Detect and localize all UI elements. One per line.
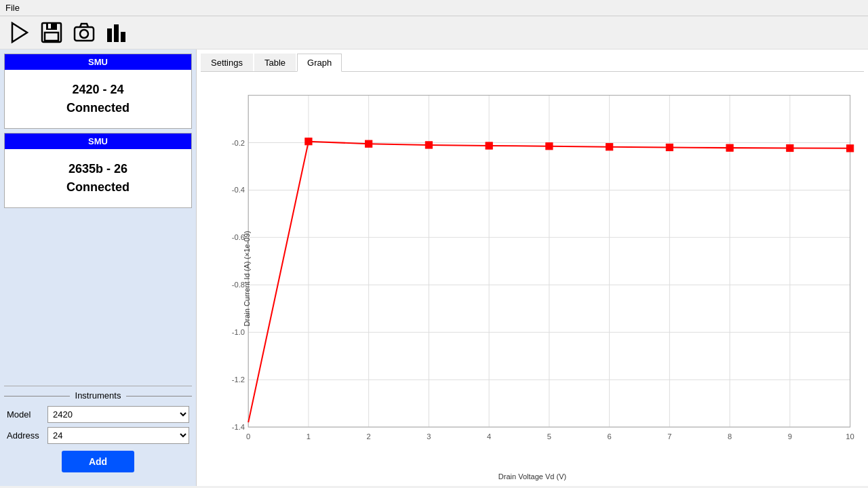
smu1-card: SMU 2420 - 24 Connected	[4, 54, 192, 129]
smu2-header: SMU	[5, 134, 191, 149]
model-label: Model	[7, 409, 47, 420]
svg-rect-55	[787, 144, 793, 151]
address-select[interactable]: 24 26	[47, 427, 189, 444]
smu2-line2: Connected	[66, 180, 130, 194]
svg-text:-1.2: -1.2	[232, 375, 245, 384]
chart-area: Drain Current Id (A) (×1e-09) -0.2-0.4-0…	[201, 75, 864, 482]
x-axis-label: Drain Voltage Vd (V)	[498, 472, 566, 481]
svg-point-6	[80, 30, 88, 38]
tab-settings[interactable]: Settings	[201, 54, 253, 71]
smu2-card: SMU 2635b - 26 Connected	[4, 133, 192, 208]
chart-button[interactable]	[104, 20, 129, 45]
smu1-body: 2420 - 24 Connected	[5, 70, 191, 128]
save-button[interactable]	[39, 20, 64, 45]
chart-svg: -0.2-0.4-0.6-0.8-1.0-1.2-1.4012345678910	[241, 81, 864, 455]
smu1-header: SMU	[5, 54, 191, 70]
camera-button[interactable]	[72, 20, 96, 45]
svg-rect-4	[48, 24, 51, 28]
svg-rect-54	[726, 144, 733, 151]
address-label: Address	[7, 430, 47, 441]
instruments-title: Instruments	[4, 390, 192, 401]
y-axis-label: Drain Current Id (A) (×1e-09)	[243, 230, 251, 326]
svg-rect-9	[121, 32, 125, 42]
svg-text:-0.2: -0.2	[232, 139, 245, 147]
svg-text:9: 9	[788, 432, 792, 441]
svg-rect-52	[606, 144, 613, 150]
smu1-line1: 2420 - 24	[72, 83, 123, 96]
svg-rect-53	[666, 144, 673, 150]
svg-rect-47	[305, 138, 312, 145]
svg-text:0: 0	[246, 432, 250, 441]
smu1-line2: Connected	[66, 101, 130, 115]
svg-rect-50	[486, 142, 492, 149]
svg-rect-3	[45, 33, 58, 41]
file-menu[interactable]: File	[5, 3, 20, 13]
left-panel: SMU 2420 - 24 Connected SMU 2635b - 26 C…	[0, 49, 197, 486]
right-panel: Settings Table Graph Drain Current Id (A…	[197, 49, 868, 486]
svg-marker-0	[12, 23, 27, 42]
svg-text:8: 8	[728, 432, 732, 441]
svg-rect-56	[847, 145, 854, 152]
svg-text:-1.0: -1.0	[232, 328, 245, 336]
smu2-line1: 2635b - 26	[68, 162, 127, 176]
svg-text:7: 7	[667, 432, 671, 441]
address-row: Address 24 26	[4, 427, 192, 444]
svg-text:-0.4: -0.4	[232, 186, 245, 194]
svg-text:-1.4: -1.4	[232, 423, 245, 431]
smu2-body: 2635b - 26 Connected	[5, 149, 191, 207]
svg-text:2: 2	[367, 432, 371, 441]
svg-rect-7	[107, 28, 112, 42]
tab-table[interactable]: Table	[254, 54, 296, 71]
instruments-section: Instruments Model 2420 2635b Address 24 …	[4, 386, 192, 482]
main-layout: SMU 2420 - 24 Connected SMU 2635b - 26 C…	[0, 49, 868, 486]
svg-rect-48	[366, 140, 372, 147]
model-row: Model 2420 2635b	[4, 406, 192, 423]
svg-text:3: 3	[427, 432, 431, 441]
tabs: Settings Table Graph	[201, 54, 864, 72]
svg-text:4: 4	[487, 432, 491, 441]
play-button[interactable]	[7, 20, 31, 45]
svg-rect-51	[546, 143, 553, 150]
svg-text:1: 1	[307, 432, 311, 441]
svg-text:6: 6	[608, 432, 612, 441]
svg-text:10: 10	[846, 432, 854, 441]
svg-text:5: 5	[547, 432, 551, 441]
menu-bar: File	[0, 0, 868, 16]
add-button[interactable]: Add	[62, 451, 134, 472]
tab-graph[interactable]: Graph	[297, 54, 342, 72]
toolbar	[0, 16, 868, 49]
svg-rect-8	[114, 24, 119, 42]
svg-rect-49	[425, 142, 432, 148]
svg-rect-2	[46, 23, 57, 30]
model-select[interactable]: 2420 2635b	[47, 406, 189, 423]
